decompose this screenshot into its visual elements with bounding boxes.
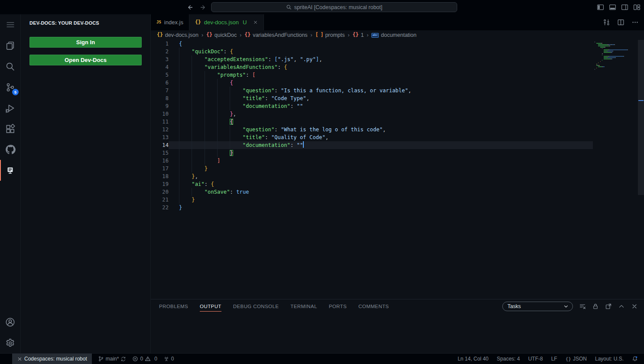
minimap[interactable] [595,42,638,70]
breadcrumb-item-documentation[interactable]: abcdocumentation [371,32,416,38]
code-line-19[interactable]: 19"ai": { [151,180,593,188]
status-remote-indicator[interactable]: Codespaces: musical robot [12,354,92,364]
customize-layout-icon[interactable] [633,3,641,11]
code-line-17[interactable]: 17} [151,165,593,172]
sign-in-button[interactable]: Sign In [29,37,142,48]
activity-bar-item-search[interactable] [0,56,20,77]
code-line-3[interactable]: 3"acceptedExtensions": [".js", ".py"], [151,55,593,63]
breadcrumb-item-variablesAndFunctions[interactable]: {}variablesAndFunctions [244,32,307,38]
overview-cursor-marker [638,100,644,101]
panel-tab-ports[interactable]: PORTS [329,299,347,313]
code-line-4[interactable]: 4"variablesAndFunctions": { [151,63,593,71]
activity-bar-item-menu[interactable] [0,14,20,35]
maximize-panel-icon[interactable] [618,303,625,310]
lock-icon[interactable] [592,303,599,310]
activity-bar-item-source-control[interactable]: 5 [0,77,20,98]
scrollbar-slider[interactable] [638,40,644,195]
code-line-6[interactable]: 6{ [151,79,593,87]
line-number: 6 [151,79,169,87]
status-git-branch-status[interactable]: main* [98,354,127,364]
line-content: } [169,165,593,172]
activity-bar-item-account[interactable] [0,312,20,332]
code-line-18[interactable]: 18}, [151,172,593,180]
code-line-5[interactable]: 5"prompts": [ [151,71,593,79]
breadcrumb-label: 1 [361,32,364,38]
status-eol[interactable]: LF [551,354,557,364]
panel-tab-problems[interactable]: PROBLEMS [159,299,188,313]
split-editor-icon[interactable] [617,19,624,26]
close-tab-icon[interactable] [253,20,258,25]
symbol-object-icon: {} [206,32,212,38]
panel-tab-output[interactable]: OUTPUT [200,299,221,313]
status-notifications[interactable] [632,354,638,364]
breadcrumb-separator: › [202,32,203,38]
clear-output-icon[interactable] [579,303,586,310]
status-ports-status[interactable]: 0 [163,354,174,364]
line-number: 22 [151,204,169,211]
status-keyboard-layout[interactable]: Layout: U.S. [595,354,624,364]
back-arrow-icon[interactable] [186,4,193,11]
open-dev-docs-button[interactable]: Open Dev-Docs [29,55,142,65]
breadcrumb-separator: › [348,32,350,38]
breadcrumb-item-1[interactable]: {}1 [353,32,364,38]
activity-bar-item-github[interactable] [0,139,20,160]
code-line-22[interactable]: 22} [151,204,593,211]
forward-arrow-icon[interactable] [200,4,207,11]
code-line-11[interactable]: 11{ [151,118,593,126]
braces-icon: {} [566,357,571,361]
tab-dev-docs.json[interactable]: {}dev-docs.jsonU [189,14,264,30]
panel-tab-comments[interactable]: COMMENTS [358,299,389,313]
activity-bar-item-explorer[interactable] [0,35,20,56]
output-channel-select[interactable]: Tasks [502,302,573,311]
code-line-2[interactable]: 2"quickDoc": { [151,48,593,55]
toggle-primary-sidebar-icon[interactable] [597,3,604,11]
code-line-21[interactable]: 21} [151,196,593,204]
code-line-12[interactable]: 12"question": "What is the log o of this… [151,126,593,133]
line-content: ] [169,157,593,165]
line-content: "quickDoc": { [169,48,593,55]
tab-index.js[interactable]: JSindex.js [151,14,189,30]
status-cursor-position[interactable]: Ln 14, Col 40 [458,354,488,364]
activity-bar-item-settings-gear[interactable] [0,332,20,353]
status-language-mode[interactable]: {}JSON [566,354,587,364]
breadcrumb-item-quickDoc[interactable]: {}quickDoc [206,32,237,38]
status-indentation[interactable]: Spaces: 4 [497,354,520,364]
code-line-1[interactable]: 1{ [151,40,593,48]
open-changes-icon[interactable] [603,19,610,26]
breadcrumb: {}dev-docs.json›{}quickDoc›{}variablesAn… [151,30,644,40]
close-panel-icon[interactable] [631,303,638,310]
activity-bar-item-extensions[interactable] [0,118,20,139]
tab-bar: JSindex.js{}dev-docs.jsonU [151,14,644,30]
open-in-editor-icon[interactable] [605,303,612,310]
settings-gear-icon [5,338,15,348]
panel-tab-terminal[interactable]: TERMINAL [290,299,317,313]
code-line-7[interactable]: 7"question": "Is this a function, class,… [151,87,593,94]
code-line-9[interactable]: 9"documentation": "" [151,102,593,110]
activity-bar-item-dev-docs[interactable] [0,160,20,181]
panel-tab-debug-console[interactable]: DEBUG CONSOLE [233,299,279,313]
breadcrumb-item-dev-docs.json[interactable]: {}dev-docs.json [157,32,198,38]
editor[interactable]: 1{2"quickDoc": {3"acceptedExtensions": [… [151,40,644,299]
more-actions-icon[interactable] [631,19,639,26]
code-line-20[interactable]: 20"onSave": true [151,188,593,196]
activity-bar: 5 [0,14,21,353]
line-number: 18 [151,172,169,180]
breadcrumb-item-prompts[interactable]: [ ]prompts [315,32,345,38]
status-text: Spaces: 4 [497,356,520,362]
code-line-10[interactable]: 10}, [151,110,593,118]
code-line-8[interactable]: 8"title": "Code Type", [151,94,593,102]
code-line-16[interactable]: 16] [151,157,593,165]
toggle-panel-icon[interactable] [609,3,616,11]
code-line-15[interactable]: 15} [151,149,593,157]
editor-scrollbar[interactable] [638,40,644,299]
code-line-13[interactable]: 13"title": "Quality of Code", [151,133,593,141]
status-problems-status[interactable]: 00 [132,354,157,364]
activity-bar-item-run-debug[interactable] [0,98,20,118]
code-line-14[interactable]: 14"documentation": "" [151,141,593,149]
breadcrumb-separator: › [311,32,312,38]
toggle-secondary-sidebar-icon[interactable] [621,3,628,11]
status-encoding[interactable]: UTF-8 [528,354,543,364]
status-text: main* [106,356,119,362]
line-content: "variablesAndFunctions": { [169,63,593,71]
command-center-search[interactable]: spriteAI [Codespaces: musical robot] [211,2,457,12]
